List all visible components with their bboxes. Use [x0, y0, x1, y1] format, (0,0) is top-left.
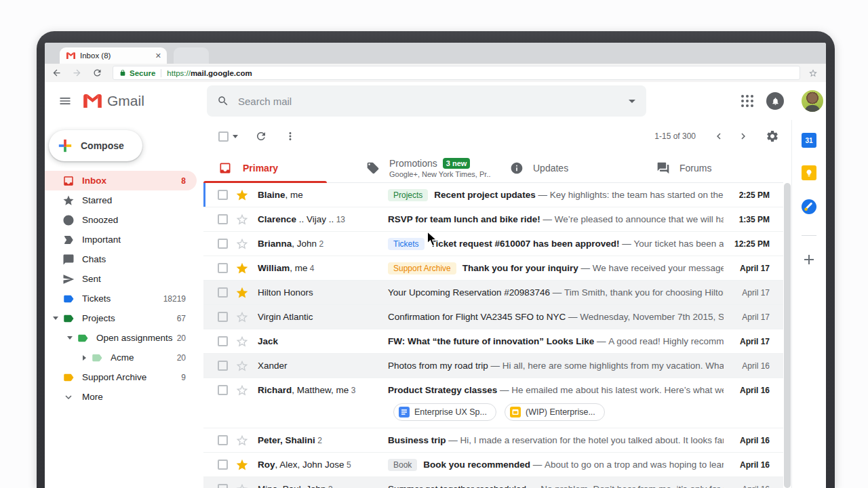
apps-grid-icon[interactable] — [741, 95, 753, 107]
list-scrollbar[interactable] — [783, 120, 791, 488]
sidebar-item-label: More — [82, 392, 197, 402]
settings-gear-icon[interactable] — [766, 129, 779, 143]
browser-tab-inbox[interactable]: Inbox (8) ✕ — [60, 47, 167, 64]
email-checkbox[interactable] — [218, 214, 228, 224]
attachment-chip[interactable]: Enterprise UX Sp... — [393, 403, 496, 421]
email-row[interactable]: Brianna, John 2 Tickets Ticket request #… — [203, 232, 783, 256]
refresh-icon[interactable] — [92, 68, 102, 78]
star-icon[interactable] — [235, 237, 249, 251]
search-input[interactable] — [238, 96, 618, 107]
email-row[interactable]: Blaine, me Projects Recent project updat… — [203, 183, 783, 207]
tab-close-icon[interactable]: ✕ — [155, 52, 161, 60]
select-caret-icon[interactable] — [233, 135, 238, 138]
email-checkbox[interactable] — [218, 385, 228, 395]
hamburger-menu-icon[interactable] — [58, 94, 72, 108]
star-icon[interactable] — [235, 310, 249, 324]
tab-updates[interactable]: Updates — [495, 152, 642, 183]
email-checkbox[interactable] — [218, 484, 228, 488]
email-snippet: FW: What “the future of innovation” Look… — [388, 336, 724, 346]
sidebar-item-projects[interactable]: Projects 67 — [45, 308, 197, 328]
sidebar-item-inbox[interactable]: Inbox 8 — [45, 171, 197, 190]
get-addons-plus-icon[interactable] — [804, 254, 814, 265]
sidebar-item-starred[interactable]: Starred — [45, 190, 197, 210]
expand-caret-icon[interactable] — [67, 336, 73, 340]
star-icon[interactable] — [235, 286, 249, 300]
sidebar-item-snoozed[interactable]: Snoozed — [45, 210, 197, 230]
email-checkbox[interactable] — [218, 263, 228, 273]
keep-icon[interactable] — [802, 165, 816, 180]
email-row[interactable]: Roy, Alex, John Jose 5 Book Book you rec… — [203, 453, 783, 477]
email-row[interactable]: Richard, Matthew, me 3 Product Strategy … — [203, 378, 783, 428]
tab-forums[interactable]: Forums — [642, 152, 777, 183]
search-bar[interactable] — [207, 85, 646, 117]
sidebar-item-tickets[interactable]: Tickets 18219 — [45, 289, 197, 308]
email-row[interactable]: Peter, Shalini 2 Business trip — Hi, I m… — [203, 428, 783, 453]
sidebar-item-chats[interactable]: Chats — [45, 249, 197, 269]
tab-promotions[interactable]: Promotions 3 new Google+, New York Times… — [351, 152, 497, 183]
star-icon[interactable] — [235, 458, 249, 472]
tasks-icon[interactable] — [801, 199, 817, 215]
category-label[interactable]: Book — [388, 459, 417, 471]
star-icon[interactable] — [235, 335, 249, 348]
gmail-logo-text: Gmail — [107, 93, 144, 109]
sidebar-item-more[interactable]: More — [45, 387, 197, 407]
star-icon[interactable] — [235, 188, 249, 202]
expand-caret-icon[interactable] — [53, 317, 58, 320]
older-page-icon[interactable] — [737, 130, 749, 142]
star-icon[interactable] — [235, 213, 249, 226]
category-label[interactable]: Projects — [388, 189, 428, 201]
star-icon[interactable] — [235, 434, 249, 447]
email-checkbox[interactable] — [218, 312, 228, 322]
security-label: Secure — [130, 69, 155, 77]
sidebar-item-count: 8 — [181, 176, 197, 186]
sidebar-item-acme[interactable]: Acme 20 — [45, 348, 197, 367]
email-row[interactable]: Hilton Honors Your Upcoming Reservation … — [203, 281, 783, 305]
email-time: April 16 — [724, 460, 783, 470]
sidebar-item-support-archive[interactable]: Support Archive 9 — [45, 367, 197, 387]
sidebar-item-label: Acme — [111, 352, 177, 363]
collapse-caret-icon[interactable] — [83, 355, 86, 361]
category-label[interactable]: Tickets — [388, 238, 425, 250]
email-row[interactable]: Xander Photos from my road trip — Hi all… — [203, 354, 783, 378]
more-options-icon[interactable] — [284, 130, 296, 142]
email-checkbox[interactable] — [218, 336, 228, 346]
email-row[interactable]: Mina, Paul, John 3 Summer get together r… — [203, 477, 783, 488]
mouse-cursor — [427, 231, 437, 249]
email-checkbox[interactable] — [218, 361, 228, 371]
new-tab-button[interactable] — [174, 47, 209, 64]
email-checkbox[interactable] — [218, 239, 228, 249]
search-icon[interactable] — [217, 95, 229, 107]
star-icon[interactable] — [235, 483, 249, 488]
email-checkbox[interactable] — [218, 460, 228, 470]
notification-bell-icon[interactable] — [766, 92, 784, 110]
select-all-checkbox[interactable] — [218, 131, 229, 142]
category-label[interactable]: Support Archive — [388, 262, 456, 274]
back-icon[interactable] — [52, 68, 62, 78]
laptop-bezel: Inbox (8) ✕ Secure https:// mail.google.… — [37, 31, 835, 488]
bookmark-star-icon[interactable] — [808, 68, 818, 78]
tab-primary[interactable]: Primary — [203, 152, 327, 183]
compose-button[interactable]: Compose — [49, 130, 142, 161]
star-icon[interactable] — [235, 359, 249, 373]
email-row[interactable]: William, me 4 Support Archive Thank you … — [203, 256, 783, 281]
address-bar[interactable]: Secure https:// mail.google.com — [113, 66, 800, 80]
star-icon[interactable] — [235, 384, 249, 397]
newer-page-icon[interactable] — [713, 130, 725, 142]
sidebar-item-sent[interactable]: Sent — [45, 269, 197, 289]
search-options-caret-icon[interactable] — [629, 100, 635, 103]
sidebar-item-important[interactable]: Important — [45, 230, 197, 249]
attachment-chip[interactable]: (WIP) Enterprise... — [505, 403, 605, 421]
scrollbar-thumb[interactable] — [784, 183, 791, 488]
star-icon[interactable] — [235, 262, 249, 275]
email-row[interactable]: Virgin Atlantic Confirmation for Flight … — [203, 305, 783, 329]
user-avatar[interactable] — [802, 90, 823, 112]
email-row[interactable]: Jack FW: What “the future of innovation”… — [203, 329, 783, 354]
email-checkbox[interactable] — [218, 435, 228, 445]
calendar-icon[interactable]: 31 — [802, 133, 816, 148]
forward-icon[interactable] — [72, 68, 82, 78]
email-row[interactable]: Clarence .. Vijay .. 13 RSVP for team lu… — [203, 207, 783, 232]
email-checkbox[interactable] — [218, 287, 228, 298]
sidebar-item-open-assignments[interactable]: Open assignments 20 — [45, 328, 197, 348]
refresh-list-icon[interactable] — [255, 130, 267, 142]
email-checkbox[interactable] — [218, 190, 228, 200]
